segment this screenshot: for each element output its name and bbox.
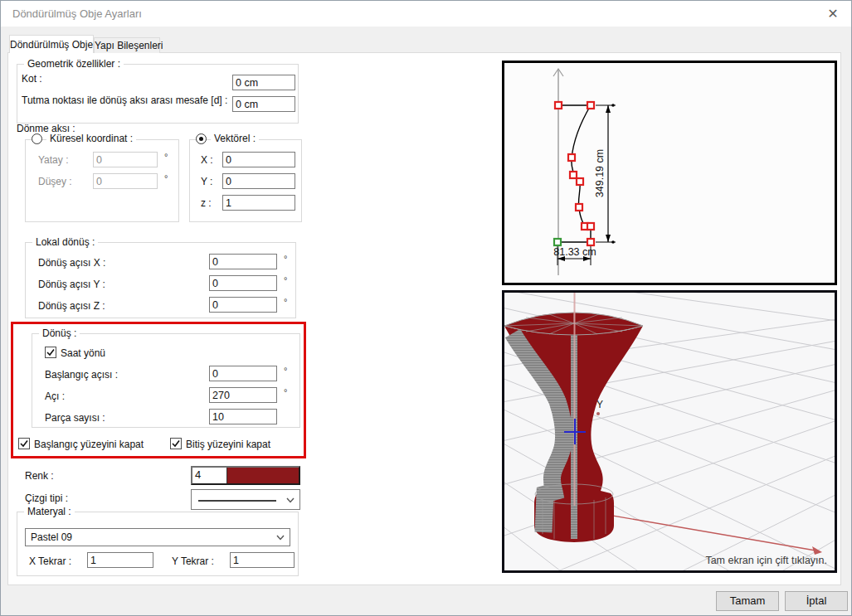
cancel-button[interactable]: İptal (785, 591, 848, 611)
x-axis-arrow-icon (812, 546, 822, 555)
color-index: 4 (192, 468, 227, 483)
local-z-input[interactable] (209, 297, 277, 313)
ok-button[interactable]: Tamam (716, 591, 779, 611)
local-rotation-title: Lokal dönüş : (32, 236, 98, 248)
degree-symbol: ° (284, 254, 287, 264)
vector-z-input[interactable] (222, 195, 295, 211)
geometry-group-title: Geometrik özellikler : (24, 58, 124, 70)
chevron-down-icon (276, 535, 285, 541)
rotated-object-settings-dialog: Döndürülmüş Obje Ayarları ✕ Döndürülmüş … (0, 0, 852, 616)
yatay-label: Yatay : (38, 154, 68, 166)
highlight-rectangle (11, 322, 306, 458)
vector-radio[interactable] (196, 133, 207, 144)
control-point-handle[interactable] (568, 154, 575, 161)
control-point-handles (554, 102, 594, 245)
local-x-input[interactable] (209, 254, 277, 269)
local-x-label: Dönüş açısı X : (38, 257, 105, 269)
x-repeat-label: X Tekrar : (29, 555, 71, 567)
yatay-input[interactable] (93, 152, 158, 167)
kot-input[interactable] (232, 75, 295, 90)
vector-z-label: z : (201, 197, 212, 209)
material-dropdown[interactable]: Pastel 09 (25, 528, 290, 546)
dim-dot (611, 240, 615, 244)
3d-scene: Y (504, 293, 835, 570)
material-value: Pastel 09 (31, 531, 72, 543)
control-point-handle[interactable] (555, 102, 562, 109)
chevron-down-icon (286, 497, 295, 503)
y-repeat-input[interactable] (230, 552, 295, 568)
material-group-title: Materyal : (24, 506, 75, 517)
tab-label: Döndürülmüş Obje (10, 39, 93, 51)
close-icon[interactable]: ✕ (825, 6, 841, 22)
geometry-groupbox: Geometrik özellikler : (17, 64, 299, 124)
dusey-input[interactable] (93, 173, 158, 189)
local-y-input[interactable] (209, 275, 277, 291)
y-axis-tick (596, 412, 600, 415)
ok-button-label: Tamam (730, 594, 766, 607)
degree-symbol: ° (284, 275, 287, 285)
tab-yapi-bilesenleri[interactable]: Yapı Bileşenleri (94, 37, 160, 53)
control-point-handle[interactable] (587, 223, 594, 230)
3d-preview-canvas[interactable]: Y Tam ekran için çift tıklayın. (502, 290, 837, 573)
degree-symbol: ° (164, 173, 168, 183)
vector-y-label: Y : (201, 176, 212, 187)
dim-arrow-icon (606, 105, 611, 113)
distance-label: Tutma noktası ile dönüş aksı arası mesaf… (22, 95, 227, 106)
y-repeat-label: Y Tekrar : (172, 555, 214, 567)
distance-input[interactable] (232, 96, 295, 112)
spherical-radio[interactable] (32, 133, 42, 144)
control-point-handle[interactable] (577, 178, 583, 185)
kot-label: Kot : (22, 73, 42, 85)
color-picker[interactable]: 4 (191, 466, 300, 485)
tab-label: Yapı Bileşenleri (95, 40, 163, 51)
window-title: Döndürülmüş Obje Ayarları (12, 7, 142, 20)
vector-y-input[interactable] (222, 173, 295, 189)
y-axis-label: Y (596, 399, 603, 410)
color-swatch (227, 468, 299, 483)
vector-x-label: X : (201, 154, 213, 166)
vector-title: Vektörel : (211, 133, 259, 144)
line-sample-icon (197, 491, 280, 510)
dim-dot (611, 104, 615, 107)
profile-drawing: 349.19 cm 81.33 cm (504, 63, 835, 283)
degree-symbol: ° (284, 297, 287, 307)
vector-x-input[interactable] (222, 152, 295, 167)
control-point-handle[interactable] (570, 172, 577, 178)
x-repeat-input[interactable] (87, 552, 153, 568)
dim-arrow-icon (606, 235, 611, 242)
color-label: Renk : (25, 470, 54, 482)
tab-page: Geometrik özellikler : Kot : Tutma nokta… (7, 52, 841, 585)
spherical-title: Küresel koordinat : (46, 133, 136, 144)
title-bar: Döndürülmüş Obje Ayarları ✕ (1, 1, 851, 27)
linetype-dropdown[interactable] (191, 489, 300, 510)
origin-point-handle[interactable] (554, 239, 561, 245)
height-dimension-text: 349.19 cm (594, 149, 606, 197)
dusey-label: Düşey : (38, 176, 72, 187)
tab-dondurulmus-obje[interactable]: Döndürülmüş Obje (9, 35, 94, 53)
degree-symbol: ° (164, 152, 168, 162)
local-z-label: Dönüş açısı Z : (38, 300, 105, 312)
control-point-handle[interactable] (587, 102, 594, 109)
local-y-label: Dönüş açısı Y : (38, 279, 105, 290)
width-dimension-text: 81.33 cm (553, 246, 596, 258)
profile-preview-canvas[interactable]: 349.19 cm 81.33 cm (502, 61, 837, 285)
control-point-handle[interactable] (576, 204, 582, 211)
control-point-handle[interactable] (587, 239, 594, 245)
fullscreen-hint: Tam ekran için çift tıklayın. (705, 555, 827, 566)
linetype-label: Çizgi tipi : (25, 492, 68, 504)
cancel-button-label: İptal (806, 594, 827, 607)
